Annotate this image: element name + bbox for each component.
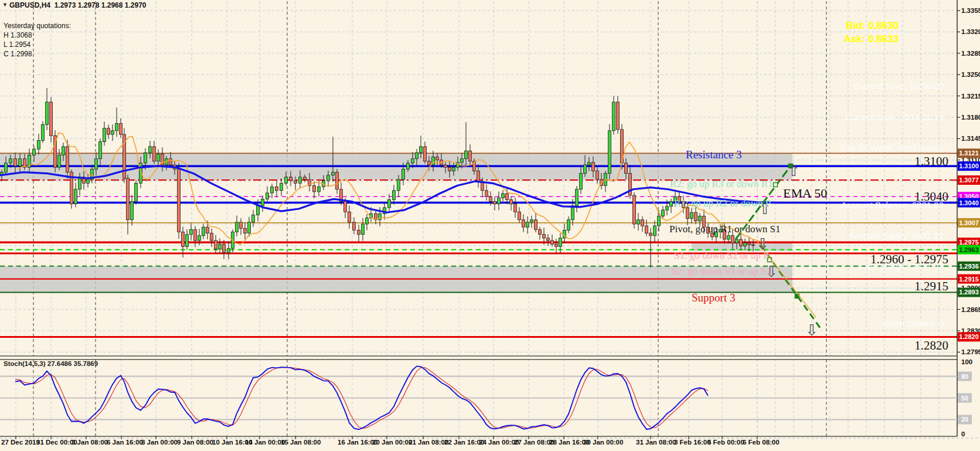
svg-text:1.3007: 1.3007: [959, 219, 979, 226]
ema-fast-line: [18, 133, 765, 244]
open-orders: Open Orders: 0: [841, 318, 944, 329]
time-axis-label: 20 Jan 00:00: [372, 439, 412, 446]
down-arrow-icon: ⇩: [805, 321, 818, 339]
svg-text:1.3100: 1.3100: [959, 162, 979, 169]
support3-label[interactable]: Support 3: [692, 291, 735, 305]
time-axis-label: 6 Feb 08:00: [743, 439, 780, 446]
stoch-value-signal: 35.7869: [74, 360, 98, 367]
panel-borders: [0, 0, 980, 439]
ema50-label[interactable]: EMA 50: [783, 185, 827, 202]
s2-zone-label[interactable]: S2: go down S3 or up S1: [672, 265, 771, 277]
time-axis-label: 6 Jan 16:00: [107, 439, 143, 446]
svg-text:20: 20: [961, 416, 968, 423]
time-axis-label: 5 Feb 00:00: [707, 439, 744, 446]
level-label-13040[interactable]: 1.3040: [914, 189, 948, 204]
svg-text:1.3180: 1.3180: [961, 114, 980, 121]
price-axis[interactable]: 1.33551.33201.32851.32501.32151.31801.31…: [957, 7, 980, 355]
svg-text:1.2915: 1.2915: [959, 276, 979, 283]
yq-high: H 1.3068: [4, 31, 32, 39]
svg-text:1.2893: 1.2893: [959, 289, 979, 296]
time-axis-label: 9 Jan 08:00: [177, 439, 213, 446]
time-axis-label: 3 Jan 08:00: [72, 439, 108, 446]
svg-text:1.2795: 1.2795: [961, 348, 980, 355]
time-axis-label: 21 Jan 08:00: [409, 439, 448, 446]
day-of-week: Day Of Week: Wednesday: [841, 143, 944, 153]
mt4-chart-window: ⇧⇧⇩⇩⇩1.33551.33201.32851.32501.32151.318…: [0, 0, 980, 451]
level-label-13100[interactable]: 1.3100: [914, 154, 948, 169]
svg-text:1.3285: 1.3285: [961, 50, 980, 57]
time-axis-label: 15 Jan 08:00: [281, 439, 321, 446]
current-date: Current Date: 2014.11.19: [841, 112, 944, 123]
svg-text:1.2963: 1.2963: [959, 246, 979, 253]
svg-text:1.3121: 1.3121: [959, 150, 979, 157]
yq-low: L 1.2954: [4, 40, 30, 49]
svg-text:1.2820: 1.2820: [959, 333, 979, 340]
time-axis-label: 8 Jan 00:00: [141, 439, 178, 446]
collapse-triangle-icon[interactable]: ▼: [2, 2, 8, 8]
bid-value: Bid: 0.8630: [846, 20, 899, 31]
r1-zone-label[interactable]: R1: go up R2 or down P: [674, 197, 771, 209]
level-label-12915[interactable]: 1.2915: [914, 279, 948, 294]
time-axis-label: 24 Jan 00:00: [479, 439, 519, 446]
svg-text:80: 80: [961, 373, 968, 380]
time-axis-label: 3 Feb 16:00: [674, 439, 711, 446]
time-axis-label: 27 Jan 08:00: [514, 439, 554, 446]
time-axis-label: 31 Jan 08:00: [636, 439, 676, 446]
yq-heading: Yesterday quotations:: [4, 22, 71, 30]
svg-text:1.3250: 1.3250: [961, 71, 980, 78]
stoch-indicator-label: Stoch(14,5,3) 27.6486 35.7869: [4, 360, 98, 368]
svg-text:1.3355: 1.3355: [961, 7, 980, 14]
svg-text:1.3145: 1.3145: [961, 135, 980, 142]
svg-text:1.2865: 1.2865: [961, 306, 980, 313]
yq-close: C 1.2998: [4, 50, 32, 58]
svg-text:1.3077: 1.3077: [959, 177, 979, 184]
time-axis-label: 30 Jan 00:00: [583, 439, 623, 446]
chart-grid: [0, 1, 957, 436]
chart-canvas[interactable]: ⇧⇧⇩⇩⇩1.33551.33201.32851.32501.32151.318…: [0, 0, 980, 451]
r2-zone-label[interactable]: R2: go up R3 or down R1: [670, 178, 773, 190]
level-label-range[interactable]: 1.2960 - 1.2975: [870, 252, 948, 267]
time-axis-label: 27 Dec 2019: [1, 439, 40, 446]
svg-text:1.2975: 1.2975: [959, 239, 979, 246]
svg-text:0: 0: [961, 430, 965, 438]
pivot-zone-label[interactable]: Pivot, go up R1 or down S1: [669, 223, 780, 235]
account-equity: Account Equity: 3831.92: [841, 230, 944, 241]
svg-text:1.3215: 1.3215: [961, 93, 980, 100]
yesterday-quotations: Yesterday quotations:H 1.3068L 1.2954C 1…: [4, 21, 71, 59]
s1-zone-label[interactable]: S1: go down S2 or up P: [674, 249, 769, 262]
resistance3-label[interactable]: Resistance 3: [686, 148, 742, 162]
level-label-12820[interactable]: 1.2820: [914, 338, 948, 353]
svg-text:100: 100: [961, 358, 972, 365]
svg-text:1.3040: 1.3040: [959, 199, 979, 206]
account-info-panel: Current Time: 15:00:00 Current Date: 201…: [841, 60, 944, 350]
period-separators: [33, 1, 826, 436]
stoch-value-main: 27.6486: [47, 360, 72, 367]
ask-value: Ask: 0.8633: [843, 33, 899, 45]
time-axis-label: 14 Jan 00:00: [245, 439, 285, 446]
trendline-handle: [774, 183, 778, 187]
svg-text:1.2936: 1.2936: [959, 263, 979, 270]
svg-text:1.3320: 1.3320: [961, 28, 980, 35]
current-time: Current Time: 15:00:00: [841, 81, 944, 91]
up-arrow-icon: ⇧: [787, 162, 800, 179]
bid-ask-panel: Bid: 0.8630Ask: 0.8633: [843, 19, 899, 46]
svg-text:50: 50: [961, 395, 968, 402]
chart-title: GBPUSD,H4 1.2973 1.2978 1.2968 1.2970: [9, 1, 147, 10]
